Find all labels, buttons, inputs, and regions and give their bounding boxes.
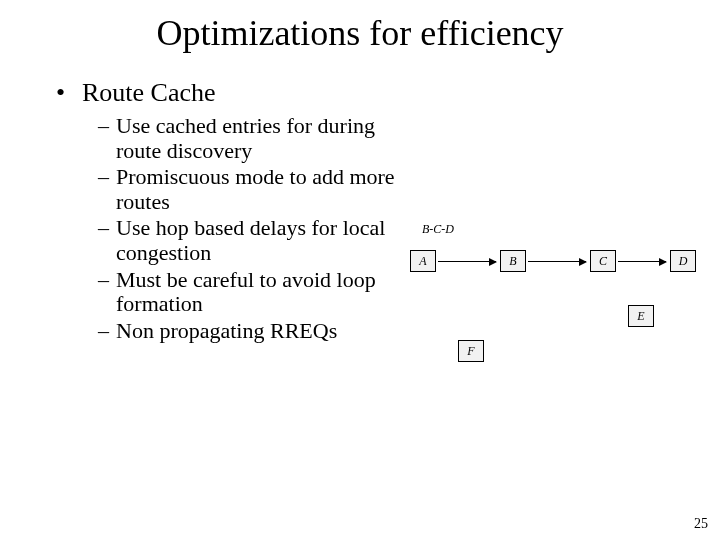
dash-icon: – [98,268,109,293]
arrow-b-c [528,261,586,262]
sub-bullet: – Non propagating RREQs [98,319,398,344]
sub-bullet-text: Non propagating RREQs [116,318,337,343]
dash-icon: – [98,319,109,344]
sub-bullet: – Use hop based delays for local congest… [98,216,398,265]
sub-bullet-text: Use cached entries for during route disc… [116,113,375,163]
cache-label: B-C-D [422,222,454,237]
dash-icon: – [98,114,109,139]
node-d: D [670,250,696,272]
slide-title: Optimizations for efficiency [0,14,720,54]
sub-bullet-text: Use hop based delays for local congestio… [116,215,385,265]
bullet-text: Route Cache [82,78,216,107]
sub-bullet: – Must be careful to avoid loop formatio… [98,268,398,317]
bullet-dot-icon: • [56,78,65,108]
sub-bullet-text: Promiscuous mode to add more routes [116,164,395,214]
node-a: A [410,250,436,272]
arrow-c-d [618,261,666,262]
dash-icon: – [98,165,109,190]
sub-bullet-text: Must be careful to avoid loop formation [116,267,376,317]
dash-icon: – [98,216,109,241]
node-f: F [458,340,484,362]
sub-bullet: – Use cached entries for during route di… [98,114,398,163]
node-c: C [590,250,616,272]
route-diagram: B-C-D A B C D E F [400,200,700,400]
node-b: B [500,250,526,272]
page-number: 25 [694,516,708,532]
slide: Optimizations for efficiency • Route Cac… [0,0,720,540]
bullet-level1: • Route Cache [56,78,676,108]
arrow-a-b [438,261,496,262]
sub-bullet: – Promiscuous mode to add more routes [98,165,398,214]
sub-bullet-group: – Use cached entries for during route di… [98,114,398,344]
node-e: E [628,305,654,327]
